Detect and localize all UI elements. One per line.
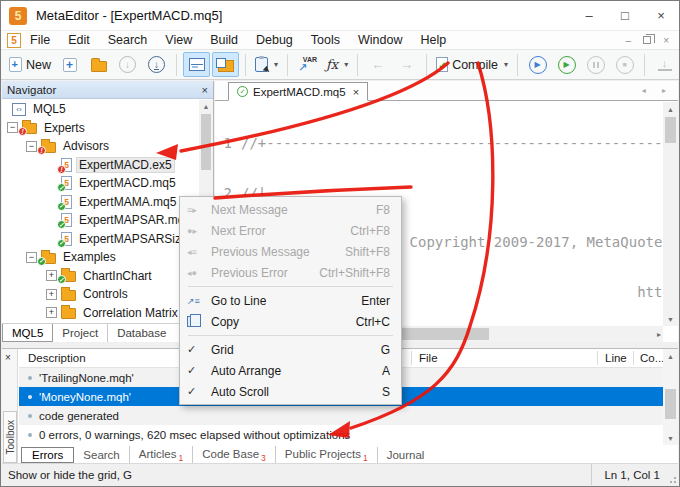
menu-tools[interactable]: Tools bbox=[302, 33, 349, 47]
compile-button[interactable]: Compile ▾ bbox=[433, 52, 511, 77]
menu-item-grid[interactable]: ✓ GridG bbox=[180, 339, 401, 360]
scroll-up-icon[interactable]: ▲ bbox=[663, 102, 678, 116]
menu-item-next-message: ≡▸ Next MessageF8 bbox=[180, 199, 401, 220]
navigator-scrollbar[interactable]: ▲ bbox=[199, 100, 213, 200]
styler-button[interactable]: ▾ bbox=[252, 52, 281, 77]
download-button[interactable]: ↓ bbox=[143, 52, 170, 77]
tab-articles[interactable]: Articles1 bbox=[129, 446, 192, 465]
mdi-close-icon[interactable]: × bbox=[663, 35, 669, 46]
toggle-navigator-button[interactable] bbox=[212, 52, 239, 77]
tab-mql5[interactable]: MQL5 bbox=[2, 324, 53, 342]
mql5-root-icon: ‹› bbox=[12, 103, 26, 116]
next-message-icon: ≡▸ bbox=[187, 205, 211, 215]
menu-edit[interactable]: Edit bbox=[59, 33, 99, 47]
step-button[interactable]: ↓ bbox=[651, 52, 678, 77]
menu-item-auto-arrange[interactable]: ✓ Auto ArrangeA bbox=[180, 360, 401, 381]
run-button[interactable]: ▶ bbox=[553, 52, 580, 77]
menu-search[interactable]: Search bbox=[99, 33, 157, 47]
menu-item-go-to-line[interactable]: ↗≡ Go to LineEnter bbox=[180, 290, 401, 311]
expand-icon[interactable]: + bbox=[46, 270, 57, 281]
column-line[interactable]: Line bbox=[605, 352, 627, 364]
navigate-forward-button[interactable]: → bbox=[393, 52, 420, 77]
editor-vertical-scrollbar[interactable]: ▲ ▼ bbox=[663, 102, 678, 326]
tree-item-mql5[interactable]: ‹› MQL5 bbox=[2, 100, 213, 119]
new-window-button[interactable]: + bbox=[56, 52, 83, 77]
tab-project[interactable]: Project bbox=[53, 324, 107, 342]
start-debug-button[interactable]: ▶ bbox=[524, 52, 551, 77]
close-button[interactable]: × bbox=[643, 1, 679, 31]
tab-expertmacd-mq5[interactable]: ✓ ExpertMACD.mq5 × bbox=[228, 82, 368, 101]
navigate-back-button[interactable]: ← bbox=[364, 52, 391, 77]
open-button[interactable] bbox=[85, 52, 112, 77]
stop-icon: ■ bbox=[616, 56, 634, 74]
resize-grip[interactable] bbox=[667, 474, 676, 483]
ok-badge: ✓ bbox=[37, 257, 46, 266]
column-description[interactable]: Description bbox=[28, 352, 86, 364]
collapse-icon[interactable]: − bbox=[26, 141, 37, 152]
tab-code-base[interactable]: Code Base3 bbox=[192, 446, 275, 465]
menu-bar: 5 File Edit Search View Build Debug Tool… bbox=[1, 31, 679, 49]
toolbar-separator bbox=[517, 54, 518, 76]
stop-button[interactable]: ■ bbox=[611, 52, 638, 77]
cursor-position: Ln 1, Col 1 bbox=[591, 464, 678, 485]
status-bar: Show or hide the grid, G Ln 1, Col 1 bbox=[2, 463, 678, 485]
tab-database[interactable]: Database bbox=[107, 324, 175, 342]
ok-badge: ✓ bbox=[57, 275, 66, 284]
menu-help[interactable]: Help bbox=[411, 33, 455, 47]
collapse-icon[interactable]: − bbox=[26, 252, 37, 263]
tab-close-icon[interactable]: × bbox=[353, 86, 359, 98]
scrollbar-thumb[interactable] bbox=[665, 117, 676, 143]
debug-variable-button[interactable]: VAR↗ bbox=[294, 52, 321, 77]
navigator-close-icon[interactable]: × bbox=[202, 84, 208, 96]
column-file[interactable]: File bbox=[419, 352, 438, 364]
status-hint: Show or hide the grid, G bbox=[2, 469, 132, 481]
new-button[interactable]: New bbox=[6, 52, 54, 77]
ok-badge: ✓ bbox=[57, 183, 66, 192]
document-system-icon[interactable]: 5 bbox=[7, 33, 21, 48]
insert-function-button[interactable]: ƒx ▾ bbox=[323, 52, 351, 77]
save-button[interactable]: ↓ bbox=[114, 52, 141, 77]
bullet-icon bbox=[28, 376, 32, 380]
menu-file[interactable]: File bbox=[21, 33, 59, 47]
tab-search[interactable]: Search bbox=[74, 447, 128, 463]
tab-scroll-arrows-icon[interactable]: ◂ ▸ bbox=[642, 86, 673, 95]
mdi-restore-icon[interactable] bbox=[643, 36, 651, 44]
tree-item-expertmacd-ex5[interactable]: 5! ExpertMACD.ex5 bbox=[2, 156, 213, 175]
collapse-icon[interactable]: − bbox=[7, 122, 18, 133]
scroll-up-icon[interactable]: ▲ bbox=[199, 100, 213, 113]
menu-debug[interactable]: Debug bbox=[247, 33, 302, 47]
pause-button[interactable] bbox=[582, 52, 609, 77]
menu-build[interactable]: Build bbox=[201, 33, 247, 47]
toggle-toolbox-button[interactable] bbox=[183, 52, 210, 77]
scroll-down-icon[interactable]: ▼ bbox=[663, 312, 678, 326]
tree-item-advisors[interactable]: − ! Advisors bbox=[2, 137, 213, 156]
column-col[interactable]: Co... bbox=[640, 352, 664, 364]
download-icon: ↓ bbox=[148, 56, 165, 73]
toolbox-vertical-tab[interactable]: Toolbox bbox=[3, 411, 17, 463]
menu-item-copy[interactable]: CopyCtrl+C bbox=[180, 311, 401, 332]
toolbox-scrollbar[interactable]: ▲ ▼ bbox=[663, 349, 678, 445]
expand-icon[interactable]: + bbox=[46, 289, 57, 300]
play-icon: ▶ bbox=[558, 56, 576, 74]
grid-row[interactable]: code generated bbox=[19, 406, 678, 425]
scroll-up-icon[interactable]: ▲ bbox=[663, 349, 678, 363]
tree-item-experts[interactable]: − ! Experts bbox=[2, 119, 213, 138]
expand-icon[interactable]: + bbox=[46, 307, 57, 318]
minimize-button[interactable]: – bbox=[571, 1, 607, 31]
tab-public-projects[interactable]: Public Projects1 bbox=[275, 446, 377, 465]
maximize-button[interactable]: □ bbox=[607, 1, 643, 31]
menu-item-auto-scroll[interactable]: ✓ Auto ScrollS bbox=[180, 381, 401, 402]
next-error-icon: ●▸ bbox=[187, 226, 211, 236]
menu-window[interactable]: Window bbox=[349, 33, 411, 47]
tab-errors[interactable]: Errors bbox=[21, 447, 74, 463]
tab-journal[interactable]: Journal bbox=[377, 447, 434, 463]
scrollbar-thumb[interactable] bbox=[201, 114, 211, 170]
scroll-down-icon[interactable]: ▼ bbox=[663, 431, 678, 445]
tree-item-expertmacd-mq5[interactable]: 5✓ ExpertMACD.mq5 bbox=[2, 174, 213, 193]
toolbox-close-icon[interactable]: × bbox=[5, 352, 11, 363]
scroll-right-icon[interactable]: ▸ bbox=[657, 330, 661, 339]
mdi-minimize-icon[interactable]: – bbox=[626, 35, 632, 46]
scrollbar-thumb[interactable] bbox=[665, 389, 676, 419]
grid-row[interactable]: 0 errors, 0 warnings, 620 msec elapsed w… bbox=[19, 425, 678, 444]
menu-view[interactable]: View bbox=[156, 33, 201, 47]
